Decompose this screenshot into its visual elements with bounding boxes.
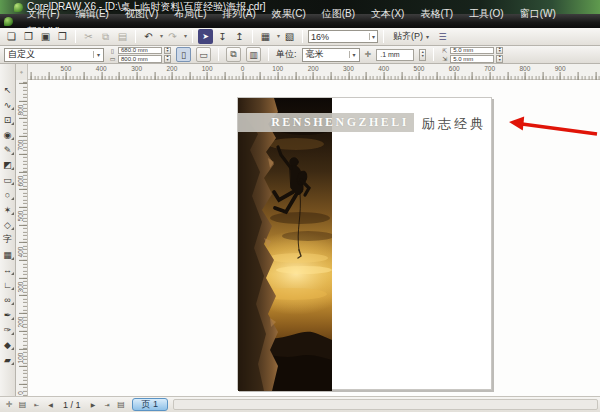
climber-photo[interactable]	[238, 98, 332, 391]
nudge-spinner[interactable]: ▲▼	[419, 49, 426, 61]
page-height-icon: ▭	[109, 55, 116, 62]
poster-title-banner[interactable]: RENSHENGZHELI	[238, 113, 414, 132]
duplicate-y-field[interactable]: 5.0 mm	[450, 55, 494, 63]
menu-item[interactable]: 工具(O)	[461, 8, 511, 19]
all-pages-button[interactable]: ⧉	[226, 47, 241, 62]
welcome-screen-icon[interactable]: ▧	[282, 29, 297, 44]
page-height-field[interactable]: 800.0 mm	[118, 55, 162, 63]
fill-tool-icon[interactable]: ◆	[0, 337, 15, 352]
units-select[interactable]: 毫米 ▾	[302, 48, 360, 62]
open-icon[interactable]: ❐	[21, 29, 36, 44]
add-page-end-button[interactable]: ▤	[116, 399, 127, 411]
menu-item[interactable]: 效果(C)	[264, 8, 314, 19]
cut-icon[interactable]: ✂	[81, 29, 96, 44]
undo-icon[interactable]: ↶	[141, 29, 156, 44]
export-icon[interactable]: ↥	[232, 29, 247, 44]
crop-tool-icon[interactable]: ⊡	[0, 112, 15, 127]
toolbar-separator	[135, 30, 136, 43]
menu-item[interactable]: 文件(F)	[19, 8, 68, 19]
zoom-level-select[interactable]: 16% ▾	[308, 30, 378, 43]
table-tool-icon[interactable]: ▦	[0, 247, 15, 262]
hruler-label: 500	[414, 65, 425, 72]
redo-icon[interactable]: ↷	[165, 29, 180, 44]
page-width-field[interactable]: 680.0 mm	[118, 47, 162, 55]
page-width-spinner[interactable]: ▲▼	[164, 47, 171, 55]
vruler-label: 500	[17, 211, 24, 222]
duplicate-y-spinner[interactable]: ▲▼	[496, 55, 503, 63]
vruler-label: 300	[17, 282, 24, 293]
duplicate-x-field[interactable]: 5.0 mm	[450, 47, 494, 55]
hruler-label: 600	[449, 65, 460, 72]
poster-page[interactable]: RENSHENGZHELI 励志经典	[237, 97, 492, 390]
interactive-fill-tool-icon[interactable]: ▰	[0, 352, 15, 367]
search-content-icon[interactable]: ➤	[198, 29, 213, 44]
hruler-label: 700	[484, 65, 495, 72]
horizontal-scrollbar[interactable]	[173, 399, 598, 410]
menu-item[interactable]: 文本(X)	[363, 8, 412, 19]
horizontal-ruler[interactable]: 5004003002001000100200300400500600700800…	[28, 64, 600, 80]
paste-icon[interactable]: ▤	[115, 29, 130, 44]
copy-icon[interactable]: ⧉	[98, 29, 113, 44]
ruler-ticks	[28, 72, 600, 80]
menu-item[interactable]: 表格(T)	[412, 8, 461, 19]
blend-tool-icon[interactable]: ∞	[0, 292, 15, 307]
landscape-icon: ▭	[199, 50, 208, 60]
rectangle-tool-icon[interactable]: ▭	[0, 172, 15, 187]
options-button[interactable]: ☰	[435, 29, 450, 44]
landscape-button[interactable]: ▭	[196, 47, 211, 62]
application-launcher-icon[interactable]: ▦	[258, 29, 273, 44]
toolbar-separator	[383, 30, 384, 43]
page-height-spinner[interactable]: ▲▼	[164, 55, 171, 63]
drawing-area[interactable]: RENSHENGZHELI 励志经典	[28, 80, 600, 396]
duplicate-x-icon: ⇱	[441, 47, 448, 54]
outline-pen-tool-icon[interactable]: ✑	[0, 322, 15, 337]
pick-tool-icon[interactable]: ↖	[0, 82, 15, 97]
duplicate-x-spinner[interactable]: ▲▼	[496, 47, 503, 55]
menu-item[interactable]: 位图(B)	[314, 8, 363, 19]
poster-cn-title[interactable]: 励志经典	[422, 115, 486, 133]
last-page-button[interactable]: ⇥	[102, 399, 113, 411]
menu-item[interactable]: 排列(A)	[215, 8, 264, 19]
snap-to-menu-button[interactable]: 贴齐(P) ▾	[389, 30, 433, 44]
page-tab[interactable]: 页 1	[132, 398, 169, 411]
menu-item[interactable]: 布局(L)	[166, 8, 214, 19]
add-page-front-button[interactable]: ▤	[17, 399, 28, 411]
dimension-tool-icon[interactable]: ↔	[0, 262, 15, 277]
page-preset-value: 自定义	[8, 48, 35, 61]
portrait-button[interactable]: ▯	[176, 47, 191, 62]
cursor-position-icon: ✛	[4, 400, 14, 409]
eyedropper-tool-icon[interactable]: ✒	[0, 307, 15, 322]
save-icon[interactable]: ▣	[38, 29, 53, 44]
shape-tool-icon[interactable]: ∿	[0, 97, 15, 112]
hruler-label: 400	[96, 65, 107, 72]
smart-fill-tool-icon[interactable]: ◩	[0, 157, 15, 172]
property-bar: 自定义 ▾ ▯ 680.0 mm ▲▼ ▭ 800.0 mm ▲▼ ▯ ▭ ⧉	[0, 46, 600, 64]
freehand-tool-icon[interactable]: ✎	[0, 142, 15, 157]
previous-page-button[interactable]: ◀	[45, 399, 56, 411]
vertical-ruler[interactable]: 8007006005004003002001000	[16, 80, 28, 396]
toolbar-separator	[192, 30, 193, 43]
connector-tool-icon[interactable]: ∟	[0, 277, 15, 292]
new-document-icon[interactable]: ❏	[4, 29, 19, 44]
polygon-tool-icon[interactable]: ✶	[0, 202, 15, 217]
zoom-tool-icon[interactable]: ◉	[0, 127, 15, 142]
basic-shapes-tool-icon[interactable]: ◇	[0, 217, 15, 232]
toolbar-separator	[252, 30, 253, 43]
units-label: 单位:	[276, 48, 297, 61]
ruler-origin[interactable]: ⌖	[16, 64, 28, 80]
menu-item[interactable]: 视图(V)	[117, 8, 166, 19]
current-page-button[interactable]: ▥	[246, 47, 261, 62]
menu-item[interactable]: 编辑(E)	[68, 8, 117, 19]
page-preset-select[interactable]: 自定义 ▾	[4, 48, 104, 62]
import-icon[interactable]: ↧	[215, 29, 230, 44]
hruler-label: 100	[202, 65, 213, 72]
menu-item[interactable]: 窗口(W)	[512, 8, 564, 19]
first-page-button[interactable]: ⇤	[31, 399, 42, 411]
menu-bar: 文件(F)编辑(E)视图(V)布局(L)排列(A)效果(C)位图(B)文本(X)…	[0, 14, 600, 28]
nudge-offset-field[interactable]: .1 mm	[376, 49, 414, 61]
hruler-label: 0	[241, 65, 245, 72]
text-tool-icon[interactable]: 字	[0, 232, 15, 247]
ellipse-tool-icon[interactable]: ○	[0, 187, 15, 202]
next-page-button[interactable]: ▶	[88, 399, 99, 411]
print-icon[interactable]: ❒	[55, 29, 70, 44]
